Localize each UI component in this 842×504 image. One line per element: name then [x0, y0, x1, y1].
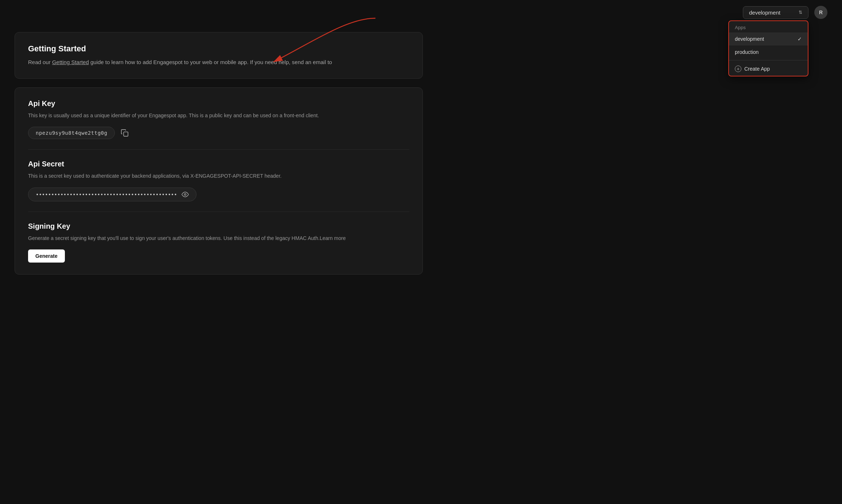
plus-circle-icon: +	[735, 66, 741, 72]
section-divider-1	[28, 149, 409, 150]
main-content: Getting Started Read our Getting Started…	[0, 25, 437, 298]
api-keys-card: Api Key This key is usually used as a un…	[15, 87, 423, 275]
check-icon: ✓	[798, 36, 802, 42]
getting-started-title: Getting Started	[28, 44, 409, 54]
api-secret-description: This is a secret key used to authenticat…	[28, 172, 409, 180]
section-divider-2	[28, 212, 409, 212]
signing-key-text: Generate a secret signing key that you'l…	[28, 235, 320, 241]
signing-key-learn-more-link[interactable]: Learn more	[320, 235, 346, 241]
api-key-row: npezu9sy9u8t4qwe2ttg0g	[28, 127, 409, 139]
copy-icon	[121, 129, 129, 137]
signing-key-section: Signing Key Generate a secret signing ke…	[28, 222, 409, 263]
generate-button[interactable]: Generate	[28, 249, 65, 263]
signing-key-description: Generate a secret signing key that you'l…	[28, 234, 409, 242]
dropdown-item-development[interactable]: development ✓	[729, 32, 808, 46]
avatar[interactable]: R	[814, 6, 827, 19]
dropdown-create-app[interactable]: + Create App	[729, 62, 808, 76]
getting-started-link[interactable]: Getting Started	[52, 59, 89, 65]
selected-app-label: development	[749, 9, 780, 16]
getting-started-description: Read our Getting Started guide to learn …	[28, 58, 409, 67]
api-key-section: Api Key This key is usually used as a un…	[28, 99, 409, 139]
eye-icon	[182, 191, 189, 198]
api-secret-section: Api Secret This is a secret key used to …	[28, 160, 409, 201]
dropdown-section-label: Apps	[729, 21, 808, 32]
app-selector-button[interactable]: development ⇅	[743, 6, 808, 19]
dropdown-item-production-label: production	[735, 49, 759, 55]
svg-rect-1	[124, 132, 128, 137]
dropdown-divider	[729, 60, 808, 60]
api-secret-value: ••••••••••••••••••••••••••••••••••••••••…	[28, 188, 196, 201]
signing-key-title: Signing Key	[28, 222, 409, 231]
api-secret-dots: ••••••••••••••••••••••••••••••••••••••••…	[36, 192, 177, 197]
getting-started-text-after: guide to learn how to add Engagespot to …	[89, 59, 332, 65]
api-secret-title: Api Secret	[28, 160, 409, 168]
chevron-icon: ⇅	[799, 10, 802, 15]
api-secret-row: ••••••••••••••••••••••••••••••••••••••••…	[28, 188, 409, 201]
topbar: development ⇅ Apps development ✓ product…	[0, 0, 842, 25]
api-key-value: npezu9sy9u8t4qwe2ttg0g	[28, 127, 115, 139]
api-key-description: This key is usually used as a unique ide…	[28, 111, 409, 119]
getting-started-text-before: Read our	[28, 59, 52, 65]
api-key-title: Api Key	[28, 99, 409, 108]
svg-point-2	[184, 193, 186, 195]
dropdown-item-production[interactable]: production	[729, 46, 808, 59]
app-dropdown-menu: Apps development ✓ production + Create A…	[728, 20, 808, 76]
api-secret-toggle-visibility[interactable]	[182, 191, 189, 198]
app-selector[interactable]: development ⇅ Apps development ✓ product…	[743, 6, 808, 19]
dropdown-item-development-label: development	[735, 36, 764, 42]
api-key-copy-button[interactable]	[119, 127, 130, 138]
create-app-label: Create App	[744, 66, 770, 72]
getting-started-card: Getting Started Read our Getting Started…	[15, 32, 423, 79]
